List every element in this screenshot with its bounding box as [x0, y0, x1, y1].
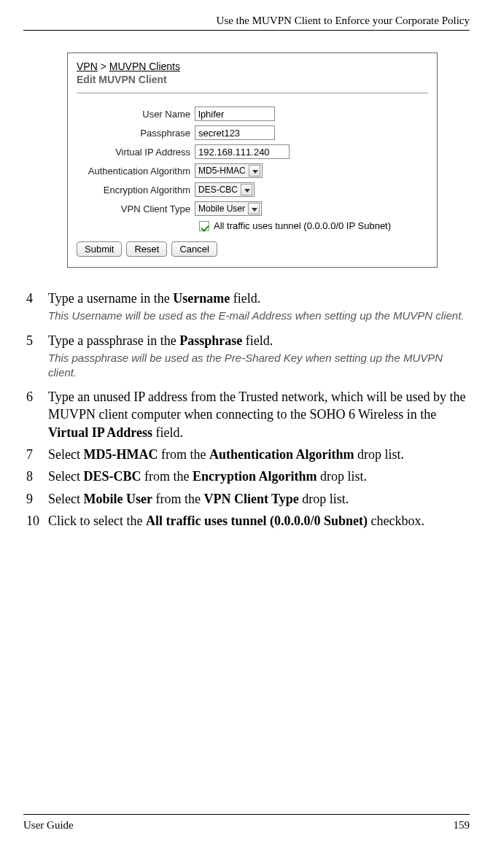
step-body: Type a username in the Username field.Th… [48, 290, 467, 328]
reset-button[interactable]: Reset [126, 241, 167, 257]
all-traffic-label: All traffic uses tunnel (0.0.0.0/0 IP Su… [214, 220, 391, 231]
passphrase-label: Passphrase [77, 128, 195, 139]
step-body: Type a passphrase in the Passphrase fiel… [48, 332, 467, 384]
auth-select[interactable]: MD5-HMAC [195, 163, 263, 178]
divider [77, 93, 428, 93]
instruction-list: 4Type a username in the Username field.T… [23, 290, 470, 530]
step-body: Type an unused IP address from the Trust… [48, 388, 467, 441]
submit-button[interactable]: Submit [77, 241, 122, 257]
auth-label: Authentication Algorithm [77, 166, 195, 177]
config-screenshot: VPN > MUVPN Clients Edit MUVPN Client Us… [67, 53, 438, 268]
step-number: 6 [26, 388, 48, 441]
username-input[interactable] [195, 106, 275, 121]
step-body: Select Mobile User from the VPN Client T… [48, 490, 467, 508]
step-number: 9 [26, 490, 48, 508]
step: 8Select DES-CBC from the Encryption Algo… [26, 468, 467, 485]
enc-label: Encryption Algorithm [77, 185, 195, 195]
vip-label: Virtual IP Address [77, 147, 195, 158]
step: 9Select Mobile User from the VPN Client … [26, 490, 467, 508]
step: 10Click to select the All traffic uses t… [26, 512, 467, 530]
ctype-select[interactable]: Mobile User [195, 201, 262, 216]
page-footer: User Guide 159 [23, 814, 470, 832]
breadcrumb-leaf[interactable]: MUVPN Clients [109, 61, 180, 72]
panel-title: Edit MUVPN Client [77, 74, 428, 85]
chevron-down-icon [249, 165, 260, 177]
header-title: Use the MUVPN Client to Enforce your Cor… [217, 15, 470, 26]
breadcrumb-root[interactable]: VPN [77, 61, 98, 72]
chevron-down-icon [248, 203, 260, 214]
enc-value: DES-CBC [198, 185, 238, 195]
footer-right: 159 [454, 819, 470, 832]
step-number: 8 [26, 468, 48, 485]
chevron-down-icon [241, 184, 252, 195]
step-note: This Username will be used as the E-mail… [48, 309, 467, 323]
all-traffic-checkbox[interactable] [199, 221, 209, 231]
breadcrumb-sep: > [101, 61, 106, 72]
step-number: 4 [26, 290, 48, 328]
auth-value: MD5-HMAC [198, 166, 246, 176]
step-number: 10 [26, 512, 48, 530]
step: 4Type a username in the Username field.T… [26, 290, 467, 328]
step: 5Type a passphrase in the Passphrase fie… [26, 332, 467, 384]
username-label: User Name [77, 109, 195, 120]
step: 6Type an unused IP address from the Trus… [26, 388, 467, 441]
enc-select[interactable]: DES-CBC [195, 182, 255, 197]
step-body: Select MD5-HMAC from the Authentication … [48, 446, 467, 463]
ctype-label: VPN Client Type [77, 204, 195, 214]
cancel-button[interactable]: Cancel [171, 241, 217, 257]
step-note: This passphrase will be used as the Pre-… [48, 351, 467, 379]
breadcrumb: VPN > MUVPN Clients [77, 61, 428, 72]
step-number: 5 [26, 332, 48, 384]
ctype-value: Mobile User [198, 204, 245, 214]
step: 7Select MD5-HMAC from the Authentication… [26, 446, 467, 463]
step-number: 7 [26, 446, 48, 463]
vip-input[interactable] [195, 144, 290, 159]
page-header: Use the MUVPN Client to Enforce your Cor… [23, 15, 470, 31]
step-body: Select DES-CBC from the Encryption Algor… [48, 468, 467, 485]
footer-left: User Guide [23, 819, 74, 832]
step-body: Click to select the All traffic uses tun… [48, 512, 467, 530]
passphrase-input[interactable] [195, 125, 275, 140]
